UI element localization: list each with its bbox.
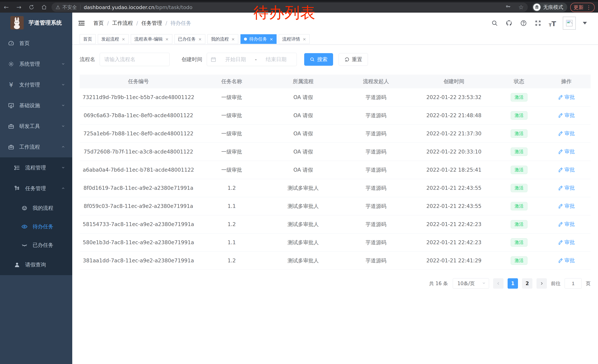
status-badge: 激活 (511, 184, 527, 192)
reload-icon (29, 4, 34, 10)
tab-process-detail[interactable]: 流程详情× (279, 34, 310, 44)
tab-home[interactable]: 首页 (80, 34, 96, 44)
bookmark-star-icon[interactable]: ☆ (518, 4, 524, 11)
tab-todo-tasks[interactable]: 待办任务× (241, 34, 276, 44)
approve-button[interactable]: 审批 (558, 221, 575, 228)
toolbox-icon (8, 123, 15, 129)
close-icon[interactable]: × (199, 37, 202, 41)
sidebar-item-system[interactable]: 系统管理 (0, 54, 72, 74)
status-cell: 激活 (496, 106, 542, 125)
close-icon[interactable]: × (231, 37, 235, 41)
page-suffix-label: 页 (586, 280, 590, 287)
user-avatar[interactable] (563, 17, 576, 30)
action-cell: 审批 (542, 179, 590, 197)
breadcrumb-workflow[interactable]: 工作流程 (112, 20, 133, 27)
password-key-icon[interactable] (505, 4, 511, 10)
approve-button[interactable]: 审批 (558, 130, 575, 137)
breadcrumb-home[interactable]: 首页 (93, 20, 104, 27)
approve-button[interactable]: 审批 (558, 112, 575, 119)
goto-page-input[interactable] (565, 278, 582, 289)
status-badge: 激活 (511, 147, 527, 156)
approve-button[interactable]: 审批 (558, 166, 575, 173)
tab-my-process[interactable]: 我的流程× (208, 34, 238, 44)
status-cell: 激活 (496, 161, 542, 179)
breadcrumb-task-mgmt[interactable]: 任务管理 (141, 20, 162, 27)
task-table: 任务编号 任务名称 所属流程 流程发起人 创建时间 状态 操作 73211d9d… (80, 75, 590, 270)
sidebar-item-infra[interactable]: 基础设施 (0, 95, 72, 116)
next-page-button[interactable] (537, 278, 547, 289)
sidebar-item-label: 已办任务 (33, 242, 53, 249)
sidebar-item-my-process[interactable]: 我的流程 (0, 199, 72, 217)
browser-reload-button[interactable] (28, 4, 35, 11)
sidebar-collapse-button[interactable] (77, 19, 86, 27)
prev-page-button[interactable] (493, 278, 504, 289)
start-date-placeholder[interactable]: 开始日期 (219, 56, 252, 63)
fullscreen-button[interactable] (534, 19, 542, 27)
process-name-input[interactable] (100, 53, 170, 66)
tags-view-bar: 首页 发起流程× 流程表单-编辑× 已办任务× 我的流程× 待办任务× 流程详情… (72, 34, 598, 45)
process-cell: 测试多审批人 (266, 215, 340, 234)
help-button[interactable] (519, 19, 528, 27)
end-date-placeholder[interactable]: 结束日期 (259, 56, 293, 63)
page-header: 首页 / 工作流程 / 任务管理 / 待办任务 TT (72, 13, 598, 34)
create-time-cell: 2022-01-22 18:25:41 (412, 161, 496, 179)
task-name-cell: 1.1 (197, 197, 266, 215)
tab-done-tasks[interactable]: 已办任务× (174, 34, 205, 44)
sidebar-item-workflow[interactable]: 工作流程 (0, 137, 72, 157)
browser-back-button[interactable]: ← (3, 4, 10, 11)
font-size-button[interactable]: TT (548, 19, 556, 27)
close-icon[interactable]: × (270, 37, 273, 41)
create-time-cell: 2022-01-21 22:43:55 (412, 179, 496, 197)
approve-button[interactable]: 审批 (558, 148, 575, 155)
close-icon[interactable]: × (165, 37, 169, 41)
browser-menu-icon[interactable]: ⋮ (586, 4, 591, 11)
col-process: 所属流程 (266, 75, 340, 88)
chevron-down-icon (61, 123, 65, 129)
tab-start-process[interactable]: 发起流程× (98, 34, 129, 44)
page-button-1[interactable]: 1 (507, 278, 518, 289)
sidebar-item-done-tasks[interactable]: 已办任务 (0, 236, 72, 254)
reset-button[interactable]: 重置 (339, 53, 368, 66)
user-icon (14, 261, 20, 268)
approve-button[interactable]: 审批 (558, 94, 575, 101)
approve-button[interactable]: 审批 (558, 202, 575, 210)
sidebar-item-label: 基础设施 (19, 102, 40, 109)
tab-form-edit[interactable]: 流程表单-编辑× (131, 34, 172, 44)
sidebar-item-leave-query[interactable]: 请假查询 (0, 254, 72, 275)
edit-pencil-icon (558, 222, 563, 227)
sidebar-item-process-mgmt[interactable]: 流程管理 (0, 157, 72, 178)
table-row: 75d72608-7b7f-11ec-a3c8-acde48001122 一级审… (80, 143, 590, 161)
sidebar-item-devtools[interactable]: 研发工具 (0, 116, 72, 137)
approve-button[interactable]: 审批 (558, 239, 575, 246)
page-button-2[interactable]: 2 (522, 278, 532, 289)
close-icon[interactable]: × (122, 37, 125, 41)
starter-cell: 芋道源码 (340, 234, 412, 252)
status-badge: 激活 (511, 129, 527, 138)
red-annotation-text: 待办列表 (253, 3, 316, 23)
date-range-picker[interactable]: 开始日期 - 结束日期 (207, 53, 297, 66)
sidebar-item-todo-tasks[interactable]: 待办任务 (0, 217, 72, 236)
approve-button[interactable]: 审批 (558, 184, 575, 191)
browser-forward-button[interactable]: → (15, 4, 23, 11)
sidebar-item-task-mgmt[interactable]: 任务管理 (0, 178, 72, 199)
page-size-select[interactable]: 10条/页 (453, 278, 489, 289)
browser-update-button[interactable]: 更新 ⋮ (570, 3, 595, 12)
active-tab-dot (244, 38, 247, 40)
table-row: 725a1eb6-7b88-11ec-8ef0-acde48001122 一级审… (80, 125, 590, 143)
task-name-cell: 一级审批 (197, 88, 266, 106)
approve-button[interactable]: 审批 (558, 257, 575, 264)
sidebar-item-payment[interactable]: ¥ 支付管理 (0, 74, 72, 95)
github-icon (506, 20, 512, 26)
browser-home-button[interactable] (40, 4, 48, 11)
header-search-button[interactable] (490, 19, 499, 27)
edit-pencil-icon (558, 258, 563, 263)
github-link[interactable] (505, 19, 513, 27)
search-button[interactable]: 搜索 (304, 53, 333, 66)
action-cell: 审批 (542, 197, 590, 215)
eye-closed-icon (21, 242, 28, 249)
sidebar-item-home[interactable]: 首页 (0, 33, 72, 54)
task-id-cell: 069c6a63-7b8a-11ec-8ef0-acde48001122 (80, 106, 197, 125)
close-icon[interactable]: × (303, 37, 306, 41)
starter-cell: 芋道源码 (340, 197, 412, 215)
avatar-dropdown-caret[interactable] (583, 22, 587, 24)
